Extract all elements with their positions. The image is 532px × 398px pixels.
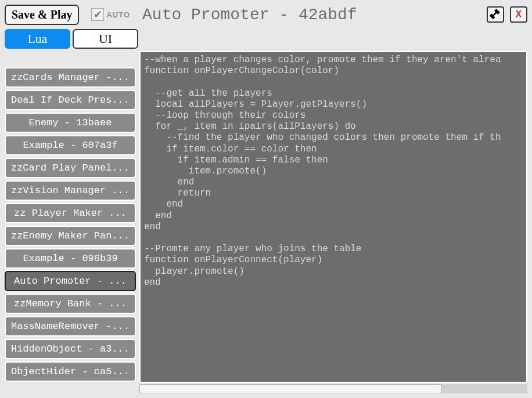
script-list-item[interactable]: MassNameRemover -...	[5, 316, 136, 337]
tab-lua[interactable]: Lua	[5, 29, 70, 49]
script-list-item[interactable]: ObjectHider - ca5...	[5, 361, 136, 382]
auto-label: AUTO	[106, 10, 130, 19]
script-list-scroll[interactable]: zzCards Manager -...Deal If Deck Pres...…	[5, 51, 136, 393]
script-list-item[interactable]: Deal If Deck Pres...	[5, 90, 136, 110]
tools-icon	[490, 8, 501, 21]
script-list-item[interactable]: Example - 607a3f	[5, 135, 136, 155]
code-editor[interactable]: --when a player changes color, promote t…	[139, 51, 527, 383]
auto-checkbox[interactable]: ✔	[91, 8, 104, 21]
script-list-item[interactable]: Auto Promoter - ...	[5, 271, 136, 291]
tab-ui[interactable]: UI	[73, 29, 138, 49]
script-title: Auto Promoter - 42abdf	[142, 6, 483, 24]
auto-checkbox-group: ✔ AUTO	[91, 8, 130, 21]
script-list-item[interactable]: zzVision Manager ...	[5, 180, 136, 201]
horizontal-scrollbar[interactable]	[139, 384, 527, 393]
script-list-item[interactable]: zz Player Maker ...	[5, 203, 136, 223]
horizontal-scrollbar-thumb[interactable]	[139, 384, 442, 393]
script-list-item[interactable]: HiddenObject - a3...	[5, 339, 136, 359]
script-list-item[interactable]: Enemy - 13baee	[5, 113, 136, 133]
script-list-sidebar: zzCards Manager -...Deal If Deck Pres...…	[5, 51, 136, 393]
tools-button[interactable]	[487, 6, 504, 23]
close-button[interactable]: X	[510, 6, 527, 23]
script-list-item[interactable]: zzMemory Bank - ...	[5, 294, 136, 314]
script-list-item[interactable]: zzEnemy Maker Pan...	[5, 226, 136, 246]
save-and-play-button[interactable]: Save & Play	[5, 5, 79, 25]
script-list-item[interactable]: zzCard Play Panel...	[5, 158, 136, 178]
script-list-item[interactable]: Example - 096b39	[5, 248, 136, 269]
script-list-item[interactable]: zzCards Manager -...	[5, 67, 136, 88]
